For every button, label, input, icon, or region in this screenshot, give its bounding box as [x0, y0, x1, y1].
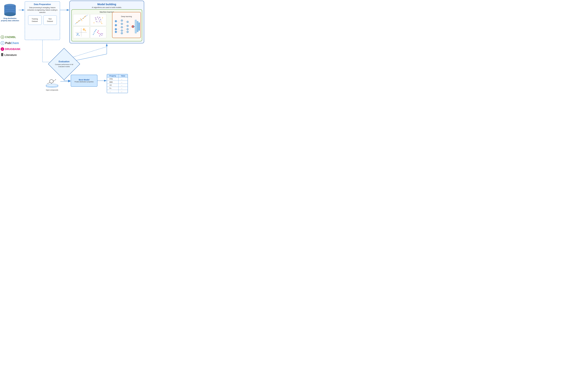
table-row: BBB ...	[107, 81, 128, 84]
ml-plot-1	[73, 14, 90, 26]
svg-point-72	[121, 20, 123, 22]
svg-point-63	[99, 36, 100, 36]
svg-rect-103	[137, 21, 138, 32]
table-cell-property: Fu	[107, 87, 119, 90]
svg-point-74	[121, 26, 123, 28]
svg-point-54	[83, 28, 84, 29]
database-label: Drug distribution property data collecti…	[1, 17, 19, 22]
table-header-value: Value	[119, 74, 128, 78]
svg-point-67	[99, 33, 99, 34]
svg-point-48	[77, 33, 78, 34]
svg-point-34	[96, 19, 97, 20]
svg-point-78	[127, 25, 129, 27]
svg-line-85	[117, 25, 121, 27]
test-dataset-box: TestDataset	[43, 16, 57, 25]
model-building-subtitle: AI algorithms are used to build models.	[72, 6, 142, 8]
input-compound-svg: O HO OCH₃	[44, 76, 60, 88]
evaluation-content: Evaluation Compare performance of all ev…	[52, 60, 76, 68]
svg-point-29	[85, 16, 86, 16]
svg-point-76	[121, 32, 123, 34]
main-diagram: Drug distribution property data collecti…	[0, 0, 147, 99]
table-cell-value: ...	[119, 78, 128, 81]
svg-point-46	[77, 34, 78, 35]
svg-point-60	[100, 34, 101, 35]
svg-point-25	[84, 16, 85, 17]
svg-point-62	[101, 35, 102, 36]
svg-point-16	[5, 12, 16, 16]
evaluation-description: Compare performance of all evaluated mod…	[52, 63, 76, 68]
svg-point-21	[77, 22, 77, 23]
table-row: Fu ...	[107, 87, 128, 90]
svg-line-82	[117, 20, 121, 21]
svg-point-24	[83, 18, 84, 19]
svg-marker-106	[50, 79, 53, 83]
table-cell-property: ...	[107, 90, 119, 93]
svg-line-89	[117, 32, 121, 33]
svg-point-77	[127, 21, 129, 23]
ml-plot-2	[90, 14, 107, 26]
database-cylinder	[3, 3, 17, 17]
svg-line-95	[123, 29, 127, 30]
svg-point-42	[102, 23, 102, 24]
table-row: ... ...	[107, 90, 128, 93]
drugbank-label: DRUGBANK	[5, 48, 21, 51]
evaluation-container: Evaluation Compare performance of all ev…	[52, 52, 76, 76]
table-cell-value: ...	[119, 87, 128, 90]
table-cell-value: ...	[119, 90, 128, 93]
input-compounds-label: Input compounds	[40, 89, 64, 91]
svg-point-69	[115, 24, 117, 26]
svg-marker-107	[50, 80, 53, 83]
svg-point-56	[95, 30, 96, 31]
results-table-container: Property Value PPB ... BBB ... VD ...	[107, 74, 128, 93]
svg-point-33	[99, 17, 100, 18]
literature-label: Literature	[5, 54, 17, 56]
svg-point-73	[121, 23, 123, 25]
svg-point-75	[121, 30, 123, 32]
svg-point-39	[101, 22, 101, 22]
evaluation-title: Evaluation	[52, 60, 76, 63]
svg-point-65	[97, 32, 98, 33]
source-pubchem: C PubChem	[1, 41, 21, 45]
svg-point-58	[96, 29, 97, 30]
svg-point-22	[79, 20, 80, 21]
svg-rect-104	[139, 22, 140, 30]
table-cell-property: VD	[107, 84, 119, 87]
training-dataset-box: TrainingDataset	[28, 16, 42, 25]
svg-point-116	[46, 84, 58, 86]
ml-plot-3	[73, 26, 90, 38]
svg-point-70	[115, 28, 117, 30]
svg-point-71	[115, 31, 117, 33]
svg-line-108	[53, 80, 55, 81]
svg-point-55	[94, 31, 95, 32]
data-prep-description: Data processing & wrangling, feature ext…	[27, 6, 58, 14]
svg-line-111	[49, 82, 50, 83]
svg-point-32	[97, 17, 98, 18]
svg-line-101	[129, 26, 132, 32]
svg-point-40	[94, 22, 94, 23]
svg-point-26	[78, 21, 78, 22]
chembl-icon	[1, 35, 4, 39]
svg-line-91	[123, 22, 127, 24]
table-cell-value: ...	[119, 81, 128, 84]
svg-point-23	[81, 19, 82, 20]
best-model-title: Best Model	[79, 78, 90, 81]
svg-point-61	[101, 33, 102, 34]
svg-point-31	[95, 18, 96, 18]
table-cell-value: ...	[119, 84, 128, 87]
ml-plots-grid	[73, 14, 106, 38]
svg-point-41	[102, 18, 103, 18]
table-cell-property: BBB	[107, 81, 119, 84]
svg-line-96	[123, 30, 127, 32]
svg-point-64	[102, 33, 103, 34]
svg-point-47	[78, 33, 79, 34]
svg-point-66	[98, 30, 99, 31]
dataset-boxes-container: TrainingDataset TestDataset	[27, 16, 58, 25]
svg-text:HO: HO	[47, 83, 49, 84]
best-model-box: Best Model Predict distribution properti…	[71, 75, 98, 87]
source-drugbank: D DRUGBANK	[1, 47, 21, 51]
svg-point-27	[80, 18, 81, 19]
dl-label: Deep learning	[121, 16, 132, 18]
svg-line-92	[123, 24, 127, 26]
data-preparation-box: Data Preparation Data processing & wrang…	[25, 1, 60, 40]
deep-learning-box: Deep learning	[112, 12, 141, 38]
